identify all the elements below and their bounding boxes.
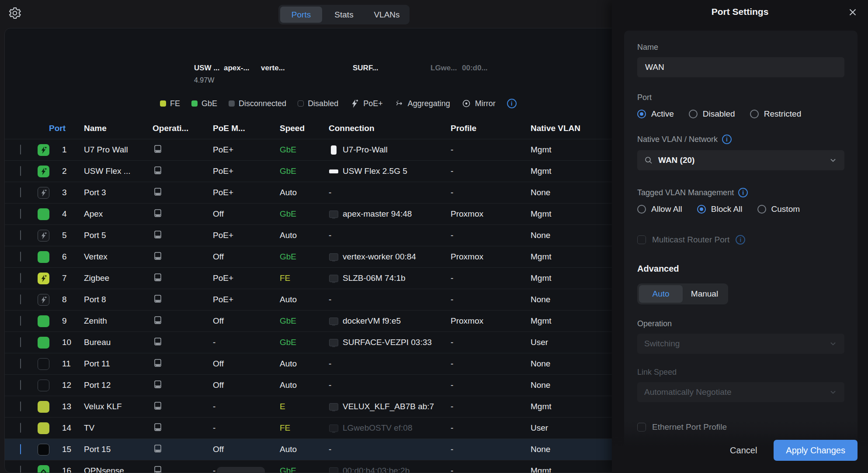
column-header-operation[interactable]: Operati... bbox=[148, 124, 208, 133]
speed-value: Auto bbox=[275, 188, 324, 197]
link-speed-select[interactable]: Automatically Negotiate bbox=[637, 382, 844, 402]
row-checkbox[interactable] bbox=[20, 187, 21, 197]
tagged-vlan-radio-custom[interactable]: Custom bbox=[757, 204, 800, 214]
row-checkbox[interactable] bbox=[20, 401, 21, 411]
row-checkbox[interactable] bbox=[20, 316, 21, 326]
tagged-vlan-radio-allow-all[interactable]: Allow All bbox=[637, 204, 682, 214]
port-status-cell bbox=[38, 401, 58, 413]
multicast-router-checkbox[interactable]: Multicast Router Port i bbox=[637, 235, 844, 245]
mirror-info-icon[interactable]: i bbox=[507, 99, 517, 108]
switch-device-icon bbox=[153, 211, 163, 220]
poe-mode: Off bbox=[208, 445, 275, 454]
apply-changes-button[interactable]: Apply Changes bbox=[774, 440, 858, 461]
legend-swatch bbox=[229, 100, 235, 107]
column-header-port[interactable]: Port bbox=[49, 124, 80, 133]
operation-select[interactable]: Switching bbox=[637, 334, 844, 354]
port-empty-icon bbox=[38, 444, 49, 456]
operation-cell bbox=[148, 379, 208, 392]
port-state-radio-restricted[interactable]: Restricted bbox=[750, 109, 802, 119]
checkbox-box bbox=[637, 423, 646, 432]
tab-vlans[interactable]: VLANs bbox=[366, 7, 408, 23]
profile-value: - bbox=[446, 423, 526, 433]
row-checkbox-cell bbox=[20, 145, 38, 155]
client-device-icon bbox=[329, 252, 338, 262]
tab-stats[interactable]: Stats bbox=[323, 7, 365, 23]
row-checkbox[interactable] bbox=[20, 209, 21, 219]
name-input[interactable]: WAN bbox=[637, 57, 844, 77]
profile-value: - bbox=[446, 445, 526, 454]
row-checkbox[interactable] bbox=[20, 380, 21, 390]
port-status-cell bbox=[38, 187, 58, 199]
port-number: 11 bbox=[58, 359, 80, 369]
speed-value: FE bbox=[275, 423, 324, 433]
poe-idle-icon bbox=[38, 230, 49, 242]
poe-mode: Off bbox=[208, 209, 275, 219]
row-checkbox[interactable] bbox=[20, 273, 21, 283]
operation-cell bbox=[148, 443, 208, 456]
connection-name: - bbox=[329, 188, 331, 197]
port-name: Zigbee bbox=[80, 273, 148, 283]
row-checkbox[interactable] bbox=[20, 337, 21, 347]
native-vlan-select[interactable]: WAN (20) bbox=[637, 150, 844, 170]
radio-label: Custom bbox=[771, 204, 800, 214]
poe-mode: - bbox=[208, 338, 275, 347]
column-header-vlan[interactable]: Native VLAN bbox=[526, 124, 612, 133]
poe-mode: PoE+ bbox=[208, 145, 275, 155]
port-state-radio-active[interactable]: Active bbox=[637, 109, 674, 119]
port-status-cell bbox=[38, 465, 58, 473]
row-checkbox[interactable] bbox=[20, 423, 21, 433]
speed-value: FE bbox=[275, 273, 324, 283]
device-label: SURF... bbox=[353, 64, 378, 73]
row-checkbox[interactable] bbox=[20, 359, 21, 369]
row-checkbox[interactable] bbox=[20, 145, 21, 155]
tagged-vlan-radio-block-all[interactable]: Block All bbox=[697, 204, 743, 214]
advanced-mode-auto[interactable]: Auto bbox=[639, 285, 683, 303]
switch-device-icon bbox=[153, 468, 163, 473]
row-checkbox[interactable] bbox=[20, 444, 21, 454]
advanced-mode-manual[interactable]: Manual bbox=[683, 285, 726, 303]
connection-name: dockerVM f9:e5 bbox=[343, 316, 401, 326]
row-checkbox[interactable] bbox=[20, 252, 21, 262]
info-icon[interactable]: i bbox=[736, 235, 745, 245]
port-name: Port 11 bbox=[80, 359, 148, 369]
pagination-pill[interactable] bbox=[217, 467, 265, 473]
profile-value: - bbox=[446, 338, 526, 347]
ethernet-profile-checkbox[interactable]: Ethernet Port Profile bbox=[637, 422, 844, 432]
info-icon[interactable]: i bbox=[738, 188, 748, 197]
table-header: Port Name Operati... PoE M... Speed Conn… bbox=[5, 118, 612, 139]
settings-gear-icon[interactable] bbox=[8, 6, 24, 22]
column-header-speed[interactable]: Speed bbox=[275, 124, 324, 133]
port-status-cell bbox=[38, 166, 58, 177]
close-icon[interactable] bbox=[847, 7, 858, 18]
speed-value: GbE bbox=[275, 166, 324, 176]
app-root: PortsStatsVLANs USW ...apex-...verte...S… bbox=[0, 0, 868, 473]
column-header-name[interactable]: Name bbox=[80, 124, 148, 133]
port-number: 16 bbox=[58, 466, 80, 473]
port-number: 14 bbox=[58, 423, 80, 433]
legend-label: FE bbox=[170, 99, 180, 108]
row-checkbox[interactable] bbox=[20, 166, 21, 176]
client-device-icon bbox=[329, 316, 338, 326]
port-settings-card: Name WAN Port ActiveDisabledRestricted N… bbox=[624, 31, 858, 473]
connection-cell: - bbox=[324, 359, 446, 369]
row-checkbox[interactable] bbox=[20, 294, 21, 304]
port-status-cell bbox=[38, 294, 58, 306]
poe-active-icon bbox=[38, 166, 49, 177]
poe-idle-icon bbox=[38, 187, 49, 199]
row-checkbox[interactable] bbox=[20, 466, 21, 473]
connection-cell: vertex-worker 00:84 bbox=[324, 252, 446, 262]
port-name: TV bbox=[80, 423, 148, 433]
column-header-poe[interactable]: PoE M... bbox=[208, 124, 275, 133]
info-icon[interactable]: i bbox=[722, 135, 732, 144]
column-header-connection[interactable]: Connection bbox=[324, 124, 446, 133]
port-state-radio-disabled[interactable]: Disabled bbox=[689, 109, 735, 119]
poe-mode: Off bbox=[208, 252, 275, 262]
radio-label: Restricted bbox=[764, 109, 802, 119]
column-header-profile[interactable]: Profile bbox=[446, 124, 526, 133]
row-checkbox-cell bbox=[20, 231, 38, 240]
switch-icon bbox=[329, 166, 338, 176]
tab-ports[interactable]: Ports bbox=[280, 7, 322, 23]
cancel-button[interactable]: Cancel bbox=[730, 445, 757, 456]
client-device-icon bbox=[329, 273, 338, 283]
row-checkbox[interactable] bbox=[20, 230, 21, 240]
